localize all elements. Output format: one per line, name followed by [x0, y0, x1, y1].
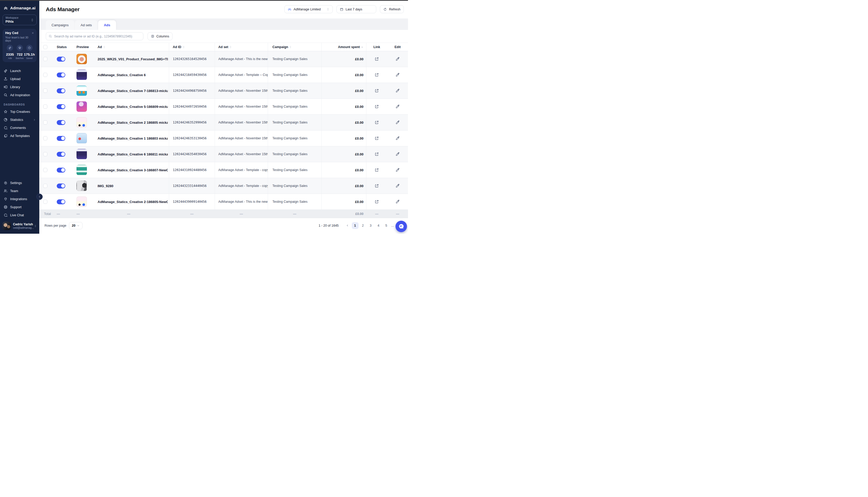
ad-preview-thumbnail[interactable] [77, 101, 87, 112]
ad-preview-thumbnail[interactable] [77, 117, 87, 128]
status-toggle[interactable] [57, 57, 65, 61]
chat-widget-button[interactable] [396, 221, 407, 232]
status-toggle[interactable] [57, 199, 65, 204]
status-toggle[interactable] [57, 184, 65, 188]
column-header-amount-spent[interactable]: Amount spent [321, 43, 366, 51]
date-range-picker[interactable]: Last 7 days [336, 5, 376, 13]
external-link-icon[interactable] [375, 184, 379, 188]
row-checkbox[interactable] [43, 184, 47, 188]
ad-preview-thumbnail[interactable] [77, 70, 87, 80]
edit-icon[interactable] [396, 120, 400, 125]
column-header-preview[interactable]: Preview [69, 43, 88, 51]
refresh-button[interactable]: Refresh [380, 5, 404, 13]
ad-preview-thumbnail[interactable] [77, 165, 87, 175]
edit-icon[interactable] [396, 136, 400, 140]
columns-button[interactable]: Columns [148, 32, 173, 40]
tab-campaigns[interactable]: Campaigns [46, 20, 74, 30]
ad-name[interactable]: IMG_9280 [98, 184, 113, 188]
status-toggle[interactable] [57, 136, 65, 141]
row-checkbox[interactable] [43, 136, 47, 140]
status-toggle[interactable] [57, 72, 65, 77]
sort-icon[interactable] [289, 45, 292, 48]
sidebar-item-ad-inspiration[interactable]: Ad Inspiration [0, 91, 39, 99]
ad-name[interactable]: AdManage_Statics_Creative 1 186803 micka… [98, 137, 168, 140]
edit-icon[interactable] [396, 57, 400, 61]
sidebar-item-top-creatives[interactable]: Top Creatives [0, 108, 39, 116]
ad-name[interactable]: AdManage_Statics_Creative 3-186807-NewCr… [98, 168, 168, 172]
edit-icon[interactable] [396, 73, 400, 77]
edit-icon[interactable] [396, 200, 400, 204]
external-link-icon[interactable] [375, 168, 379, 172]
row-checkbox[interactable] [43, 200, 47, 204]
sidebar-item-statistics[interactable]: Statistics [0, 116, 39, 124]
ad-name[interactable]: AdManage_Statics_Creative 2 186805 micka… [98, 120, 168, 125]
page-button-4[interactable]: 4 [375, 222, 382, 229]
edit-icon[interactable] [396, 89, 400, 93]
page-button-3[interactable]: 3 [368, 222, 374, 229]
tab-ad-sets[interactable]: Ad sets [75, 20, 98, 30]
external-link-icon[interactable] [375, 73, 379, 77]
sort-icon[interactable] [182, 45, 185, 48]
row-checkbox[interactable] [43, 104, 47, 109]
edit-icon[interactable] [396, 168, 400, 172]
column-header-ad-id[interactable]: Ad ID [169, 43, 215, 51]
ad-name[interactable]: AdManage_Statics_Creative 2-186805-NewCr… [98, 200, 168, 204]
ad-preview-thumbnail[interactable] [77, 181, 87, 191]
external-link-icon[interactable] [375, 200, 379, 204]
ad-preview-thumbnail[interactable] [77, 197, 87, 207]
row-checkbox[interactable] [43, 89, 47, 93]
status-toggle[interactable] [57, 104, 65, 109]
ad-name[interactable]: AdManage_Statics_Creative 7-186813-micka… [98, 89, 168, 93]
column-header-campaign[interactable]: Campaign [268, 43, 321, 51]
edit-icon[interactable] [396, 152, 400, 156]
sidebar-item-launch[interactable]: Launch [0, 67, 39, 75]
sort-icon[interactable] [229, 45, 232, 48]
ad-name[interactable]: AdManage_Statics_Creative 6 186811 micka… [98, 152, 168, 156]
external-link-icon[interactable] [375, 89, 379, 93]
page-button-2[interactable]: 2 [360, 222, 366, 229]
row-checkbox[interactable] [43, 168, 47, 172]
status-toggle[interactable] [57, 120, 65, 125]
external-link-icon[interactable] [375, 136, 379, 140]
row-checkbox[interactable] [43, 152, 47, 156]
ad-name[interactable]: AdManage_Statics_Creative 6 [98, 73, 146, 77]
sidebar-item-library[interactable]: Library [0, 83, 39, 91]
external-link-icon[interactable] [375, 57, 379, 61]
row-checkbox[interactable] [43, 73, 47, 77]
user-menu[interactable]: Cedric Yarish ced@admanag... [0, 219, 39, 234]
rows-per-page-select[interactable]: 20 [69, 222, 82, 229]
workspace-selector[interactable]: Workspace Pihla [3, 15, 37, 25]
close-icon[interactable] [31, 32, 34, 34]
sidebar-item-live-chat[interactable]: Live Chat [0, 211, 39, 219]
row-checkbox[interactable] [43, 120, 47, 125]
row-checkbox[interactable] [43, 57, 47, 61]
ad-preview-thumbnail[interactable] [77, 149, 87, 159]
ad-preview-thumbnail[interactable] [77, 133, 87, 143]
column-header-status[interactable]: Status [52, 43, 69, 51]
ad-name[interactable]: AdManage_Statics_Creative 5-186809-micka… [98, 105, 168, 109]
page-button-5[interactable]: 5 [383, 222, 390, 229]
app-logo[interactable]: Admanage.ai [0, 4, 39, 13]
sidebar-collapse-button[interactable] [37, 194, 43, 200]
sort-icon[interactable] [103, 45, 106, 48]
sidebar-item-ad-templates[interactable]: Ad Templates [0, 132, 39, 140]
edit-icon[interactable] [396, 184, 400, 188]
tab-ads[interactable]: Ads [98, 20, 116, 30]
external-link-icon[interactable] [375, 104, 379, 109]
status-toggle[interactable] [57, 152, 65, 157]
sidebar-item-upload[interactable]: Upload [0, 75, 39, 83]
status-toggle[interactable] [57, 168, 65, 173]
edit-icon[interactable] [396, 104, 400, 109]
account-selector[interactable]: AdManage Limited [285, 5, 333, 13]
sidebar-item-support[interactable]: Support [0, 203, 39, 211]
search-input[interactable] [54, 34, 140, 38]
sidebar-item-team[interactable]: Team [0, 187, 39, 195]
sidebar-item-comments[interactable]: Comments [0, 124, 39, 132]
ad-preview-thumbnail[interactable] [77, 86, 87, 96]
sort-desc-icon[interactable] [361, 45, 363, 48]
sidebar-item-settings[interactable]: Settings [0, 179, 39, 187]
column-header-ad[interactable]: Ad [88, 43, 169, 51]
select-all-checkbox[interactable] [43, 45, 47, 49]
column-header-ad-set[interactable]: Ad set [215, 43, 268, 51]
status-toggle[interactable] [57, 88, 65, 93]
